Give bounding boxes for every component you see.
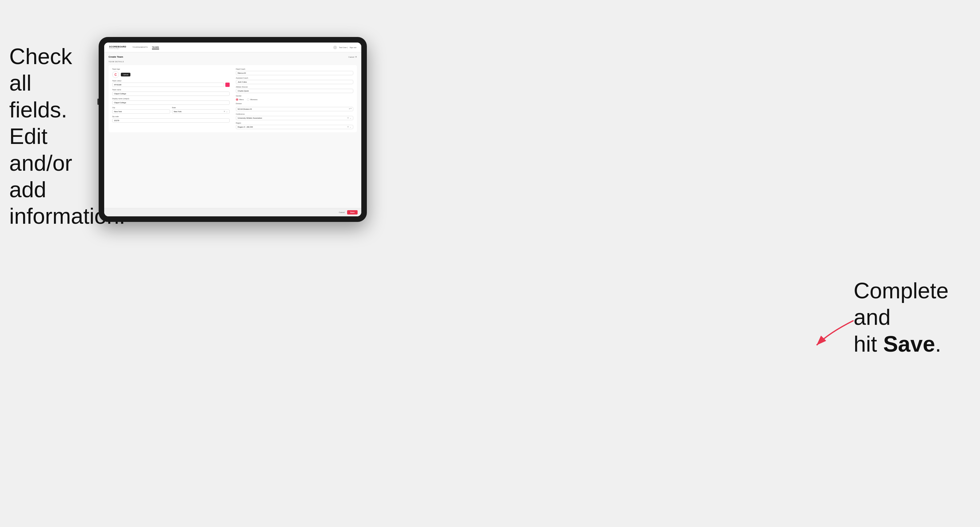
division-group: Division NCAA Division III ▲▼ (236, 103, 353, 111)
display-name-input[interactable] (112, 100, 230, 105)
color-swatch (225, 83, 230, 87)
right-column: Head Coach Assistant Coach Athletic Dire… (236, 68, 353, 129)
assistant-coach-group: Assistant Coach (236, 77, 353, 84)
team-logo-group: Team logo C Upload (112, 68, 230, 78)
zip-label: Zip code (112, 116, 230, 117)
display-name-label: Display name (unique) (112, 98, 230, 100)
form-body: Team logo C Upload Team colour (108, 65, 357, 132)
gender-group: Gender Mens Womens (236, 95, 353, 101)
brand-logo: SCOREBOARD Powered by clippd (109, 46, 126, 49)
city-state-row: City State New York ✕ ⌄ (112, 106, 230, 114)
athletic-director-label: Athletic Director (236, 86, 353, 88)
zip-input[interactable] (112, 118, 230, 123)
right-arrow (798, 314, 860, 351)
team-colour-label: Team colour (112, 80, 230, 82)
division-select[interactable]: NCAA Division III (236, 107, 353, 111)
city-group: City (112, 106, 170, 114)
state-group: State New York ✕ ⌄ (172, 106, 230, 114)
region-clear-icon[interactable]: ✕ ⌄ (347, 126, 352, 128)
cancel-button[interactable]: Cancel (339, 211, 345, 213)
logo-preview-row: C Upload (112, 71, 230, 78)
team-name-input[interactable] (112, 92, 230, 96)
navbar: SCOREBOARD Powered by clippd TOURNAMENTS… (104, 43, 361, 52)
form-footer: Cancel Save (104, 208, 361, 216)
mens-radio[interactable] (236, 98, 238, 101)
logo-circle: C (112, 71, 119, 78)
nav-teams[interactable]: TEAMS (152, 46, 159, 49)
state-clear-icon[interactable]: ✕ ⌄ (223, 110, 228, 113)
head-coach-input[interactable] (236, 71, 353, 75)
womens-radio[interactable] (247, 98, 250, 101)
avatar (333, 46, 337, 49)
sign-out-link[interactable]: Sign out (350, 46, 356, 48)
gender-label: Gender (236, 95, 353, 97)
assistant-coach-label: Assistant Coach (236, 77, 353, 79)
athletic-director-input[interactable] (236, 89, 353, 93)
zip-group: Zip code (112, 116, 230, 123)
nav-menu: TOURNAMENTS TEAMS (132, 46, 334, 49)
main-content: Create Team Cancel ✕ TEAM DETAILS Team l… (104, 52, 361, 208)
state-select[interactable]: New York ✕ ⌄ (172, 110, 230, 114)
form-title: Create Team (108, 56, 123, 58)
team-name-group: Team name (112, 89, 230, 96)
save-button[interactable]: Save (347, 210, 358, 214)
athletic-director-group: Athletic Director (236, 86, 353, 93)
city-state-section: City State New York ✕ ⌄ (112, 106, 230, 114)
conference-label: Conference (236, 113, 353, 115)
conference-clear-icon[interactable]: ✕ ⌄ (347, 117, 352, 119)
cancel-top-button[interactable]: Cancel ✕ (348, 56, 357, 58)
right-annotation: Complete and hit Save. (854, 277, 952, 357)
section-title: TEAM DETAILS (108, 61, 357, 63)
upload-button[interactable]: Upload (121, 73, 130, 76)
region-label: Region (236, 122, 353, 124)
city-label: City (112, 106, 170, 108)
left-column: Team logo C Upload Team colour (112, 68, 230, 129)
city-input[interactable] (112, 110, 170, 114)
nav-tournaments[interactable]: TOURNAMENTS (132, 46, 148, 49)
tablet-screen: SCOREBOARD Powered by clippd TOURNAMENTS… (104, 43, 361, 216)
head-coach-group: Head Coach (236, 68, 353, 75)
state-label: State (172, 106, 230, 108)
division-label: Division (236, 103, 353, 105)
form-header: Create Team Cancel ✕ (108, 56, 357, 58)
team-logo-label: Team logo (112, 68, 230, 70)
gender-womens-option[interactable]: Womens (247, 98, 258, 101)
left-annotation: Check all fields. Edit and/or add inform… (9, 43, 95, 230)
region-select[interactable]: Region II - (M) DIII ✕ ⌄ (236, 125, 353, 129)
navbar-right: Test User | Sign out (333, 46, 356, 49)
display-name-group: Display name (unique) (112, 98, 230, 105)
region-group: Region Region II - (M) DIII ✕ ⌄ (236, 122, 353, 129)
form-grid: Team logo C Upload Team colour (112, 68, 353, 129)
assistant-coach-input[interactable] (236, 80, 353, 84)
division-select-wrapper: NCAA Division III ▲▼ (236, 105, 353, 111)
tablet-side-button (97, 98, 99, 105)
gender-mens-option[interactable]: Mens (236, 98, 244, 101)
conference-group: Conference University Athletic Associati… (236, 113, 353, 120)
gender-radio-group: Mens Womens (236, 98, 353, 101)
team-colour-group: Team colour (112, 80, 230, 87)
close-icon: ✕ (355, 56, 357, 58)
team-colour-input[interactable] (112, 83, 224, 87)
team-name-label: Team name (112, 89, 230, 90)
conference-select[interactable]: University Athletic Association ✕ ⌄ (236, 116, 353, 120)
color-row (112, 83, 230, 87)
head-coach-label: Head Coach (236, 68, 353, 70)
